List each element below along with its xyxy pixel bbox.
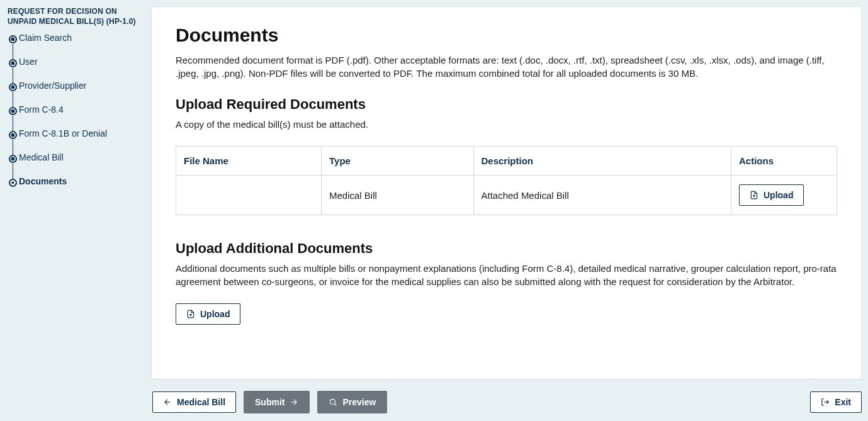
step-label: Medical Bill (19, 152, 64, 162)
step-form-c81b[interactable]: Form C-8.1B or Denial (9, 128, 144, 138)
step-medical-bill[interactable]: Medical Bill (9, 152, 144, 162)
step-label: Claim Search (19, 33, 72, 43)
col-type: Type (322, 147, 474, 176)
step-claim-search[interactable]: Claim Search (9, 33, 144, 43)
additional-sub: Additional documents such as multiple bi… (176, 262, 837, 288)
step-label: Form C-8.1B or Denial (19, 128, 107, 138)
cell-type: Medical Bill (322, 176, 474, 215)
exit-icon (821, 398, 830, 407)
preview-label: Preview (342, 397, 376, 407)
cell-description: Attached Medical Bill (473, 176, 731, 215)
page-title: Documents (176, 25, 837, 46)
main-card: Documents Recommended document format is… (151, 6, 862, 379)
step-label: Provider/Supplier (19, 81, 86, 91)
col-actions: Actions (731, 147, 837, 176)
table-row: Medical Bill Attached Medical Bill Uploa… (176, 176, 837, 215)
footer-bar: Medical Bill Submit Preview Exit (0, 379, 868, 421)
required-docs-table: File Name Type Description Actions Medic… (176, 146, 837, 215)
page-intro: Recommended document format is PDF (.pdf… (176, 53, 837, 80)
cell-file-name (176, 176, 322, 215)
svg-point-4 (330, 399, 335, 404)
arrow-right-icon (290, 398, 298, 407)
step-provider-supplier[interactable]: Provider/Supplier (9, 81, 144, 91)
additional-heading: Upload Additional Documents (176, 240, 837, 257)
sidebar: REQUEST FOR DECISION ON UNPAID MEDICAL B… (0, 0, 151, 379)
upload-additional-button[interactable]: Upload (176, 303, 240, 325)
svg-line-5 (335, 404, 337, 406)
cell-actions: Upload (731, 176, 837, 215)
search-icon (329, 398, 337, 407)
submit-button[interactable]: Submit (244, 391, 310, 413)
exit-button[interactable]: Exit (810, 391, 862, 413)
file-upload-icon (186, 310, 195, 318)
back-label: Medical Bill (177, 397, 225, 407)
step-label: User (19, 57, 38, 67)
step-label: Form C-8.4 (19, 104, 64, 115)
step-user[interactable]: User (9, 57, 144, 67)
upload-additional-label: Upload (200, 309, 230, 319)
back-button[interactable]: Medical Bill (152, 391, 236, 413)
col-description: Description (473, 147, 731, 176)
upload-row-button[interactable]: Upload (739, 184, 804, 206)
exit-label: Exit (835, 397, 851, 407)
step-form-c84[interactable]: Form C-8.4 (9, 104, 144, 115)
step-documents[interactable]: Documents (9, 176, 144, 186)
preview-button[interactable]: Preview (317, 391, 387, 413)
submit-label: Submit (255, 397, 285, 407)
required-sub: A copy of the medical bill(s) must be at… (176, 118, 837, 131)
sidebar-title: REQUEST FOR DECISION ON UNPAID MEDICAL B… (8, 6, 144, 26)
step-label: Documents (19, 176, 67, 186)
col-file-name: File Name (176, 147, 322, 176)
table-header-row: File Name Type Description Actions (176, 147, 837, 176)
file-upload-icon (750, 191, 758, 199)
required-heading: Upload Required Documents (176, 96, 837, 113)
arrow-left-icon (163, 398, 172, 407)
step-list: Claim Search User Provider/Supplier Form… (9, 33, 144, 186)
upload-row-label: Upload (764, 190, 793, 200)
